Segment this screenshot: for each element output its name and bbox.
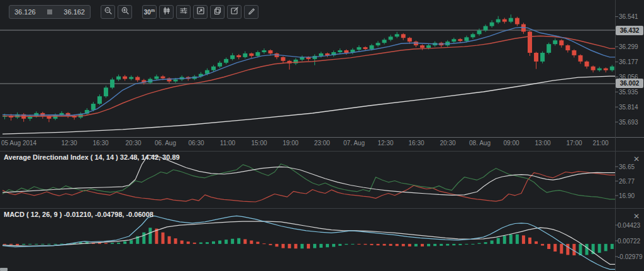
chart-style-button[interactable] [159, 5, 174, 19]
price-axis-label: 36.177 [619, 58, 638, 65]
time-axis-label: 06. Aug [155, 140, 176, 147]
adx-axis-label: 16.90 [619, 192, 635, 199]
price-axis-label: 36.541 [619, 13, 638, 20]
macd-axis-label: 0.04423 [618, 222, 640, 229]
time-axis-label: 17:00 [566, 140, 582, 147]
adx-title: Average Directional Index ( 14, 14 ) [4, 153, 118, 161]
adx-series [3, 155, 615, 202]
ma-overlays [3, 28, 615, 117]
draw-button[interactable] [244, 5, 258, 19]
time-axis-label: 23:00 [314, 140, 330, 147]
macd-axis-label: -0.02979 [618, 253, 642, 260]
macd-values: -0.01210, -0.04798, -0.06008 [64, 211, 153, 218]
indicators-button[interactable] [176, 5, 191, 19]
zoom-out-button[interactable] [101, 5, 115, 19]
price-axis-label: 36.299 [619, 43, 638, 50]
price-line-badge: 36.002 [616, 79, 643, 88]
time-axis-label: 09:00 [503, 140, 519, 147]
time-axis-label: 19:00 [282, 140, 298, 147]
time-axis-label: 13:00 [535, 140, 550, 147]
time-axis-label: 20:30 [440, 140, 455, 147]
draw-pencil-icon [247, 6, 256, 18]
scroll-corner-tab[interactable] [0, 268, 8, 271]
time-axis-label: 20:30 [125, 140, 141, 147]
time-axis-label: 07. Aug [343, 140, 365, 147]
panel-borders [0, 0, 644, 271]
zoom-out-icon [104, 6, 113, 18]
expand-chart-icon [196, 6, 205, 18]
candlestick-series [3, 14, 614, 122]
duplicate-icon [213, 6, 222, 18]
price-axis-label: 35.693 [619, 119, 638, 126]
timeframe-button[interactable]: 30m [142, 5, 157, 19]
ask-price[interactable]: 36.162 [64, 8, 85, 16]
time-axis-label: 12:30 [61, 140, 77, 147]
time-axis-label: 15:00 [251, 140, 267, 147]
macd-axis-label: 0.00722 [618, 238, 640, 245]
duplicate-button[interactable] [210, 5, 225, 19]
indicator-settings-icon [179, 6, 188, 18]
macd-panel-header: MACD ( 12, 26, 9 ) -0.01210, -0.04798, -… [4, 211, 153, 218]
price-axis-label: 35.935 [619, 89, 638, 96]
chart-canvas[interactable] [0, 0, 644, 271]
close-icon: ✕ [633, 155, 640, 163]
macd-title: MACD ( 12, 26, 9 ) [4, 211, 62, 218]
time-axis-label: 16:30 [408, 140, 424, 147]
time-axis-label: 12:30 [377, 140, 393, 147]
edit-note-icon [230, 6, 239, 18]
time-axis-label: 11:00 [220, 140, 235, 147]
time-axis-label: 16:30 [92, 140, 108, 147]
timeframe-label: 30m [144, 8, 155, 16]
price-axis-label: 35.814 [619, 104, 638, 111]
candlestick-style-icon [162, 6, 171, 18]
adx-close-button[interactable]: ✕ [632, 155, 641, 163]
time-axis-label: 05 Aug 2014 [1, 140, 36, 147]
macd-close-button[interactable]: ✕ [632, 212, 641, 221]
time-axis-label: 06:30 [188, 140, 204, 147]
trading-chart-screen: 36.126 36.162 30m A [0, 0, 644, 271]
adx-axis-label: 36.65 [619, 163, 635, 170]
expand-chart-button[interactable] [193, 5, 208, 19]
time-axis-label: 08. Aug [469, 140, 491, 147]
spread-indicator-icon [47, 9, 52, 14]
bid-ask-display[interactable]: 36.126 36.162 [9, 5, 91, 19]
zoom-in-icon [121, 6, 130, 18]
close-icon: ✕ [633, 212, 640, 221]
time-axis-label: 21:00 [592, 140, 608, 147]
toolbar: 36.126 36.162 30m [9, 5, 258, 19]
zoom-in-button[interactable] [118, 5, 132, 19]
adx-axis-label: 26.77 [619, 178, 635, 185]
price-line-badge: 36.432 [616, 26, 643, 35]
notes-button[interactable] [227, 5, 242, 19]
bid-price[interactable]: 36.126 [14, 8, 36, 16]
adx-panel-header: Average Directional Index ( 14, 14 ) 32.… [4, 153, 180, 161]
adx-values: 32.48, 14.42, 30.89 [120, 153, 180, 161]
